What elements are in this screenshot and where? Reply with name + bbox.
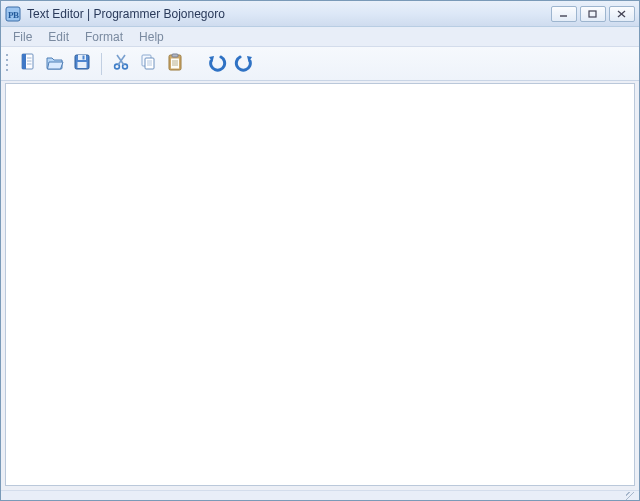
undo-arrow-icon: [206, 52, 228, 75]
save-disk-icon: [72, 52, 92, 75]
svg-rect-4: [589, 11, 596, 17]
cut-button[interactable]: [108, 51, 134, 77]
new-file-icon: [18, 52, 38, 75]
copy-pages-icon: [138, 52, 158, 75]
svg-rect-26: [172, 54, 178, 57]
menubar: File Edit Format Help: [1, 27, 639, 47]
menu-format[interactable]: Format: [77, 28, 131, 46]
toolbar: [1, 47, 639, 81]
redo-button[interactable]: [231, 51, 257, 77]
svg-rect-14: [83, 56, 85, 60]
menu-help[interactable]: Help: [131, 28, 172, 46]
toolbar-grip: [5, 52, 10, 76]
resize-grip-icon[interactable]: [626, 492, 636, 500]
close-button[interactable]: [609, 6, 635, 22]
svg-rect-13: [78, 55, 86, 60]
app-window: P B Text Editor | Programmer Bojonegoro …: [0, 0, 640, 501]
svg-rect-15: [78, 62, 87, 68]
paste-clipboard-icon: [165, 52, 185, 75]
menu-edit[interactable]: Edit: [40, 28, 77, 46]
svg-text:B: B: [13, 10, 19, 20]
open-button[interactable]: [42, 51, 68, 77]
window-controls: [551, 6, 635, 22]
paste-button[interactable]: [162, 51, 188, 77]
titlebar: P B Text Editor | Programmer Bojonegoro: [1, 1, 639, 27]
window-title: Text Editor | Programmer Bojonegoro: [27, 7, 551, 21]
cut-scissors-icon: [111, 52, 131, 75]
undo-button[interactable]: [204, 51, 230, 77]
open-folder-icon: [45, 52, 65, 75]
statusbar: [1, 490, 639, 500]
maximize-button[interactable]: [580, 6, 606, 22]
text-editor[interactable]: [5, 83, 635, 486]
app-icon: P B: [5, 6, 21, 22]
save-button[interactable]: [69, 51, 95, 77]
editor-area: [1, 81, 639, 490]
svg-rect-8: [22, 54, 26, 69]
redo-arrow-icon: [233, 52, 255, 75]
menu-file[interactable]: File: [5, 28, 40, 46]
minimize-button[interactable]: [551, 6, 577, 22]
copy-button[interactable]: [135, 51, 161, 77]
new-button[interactable]: [15, 51, 41, 77]
toolbar-separator: [101, 53, 102, 75]
